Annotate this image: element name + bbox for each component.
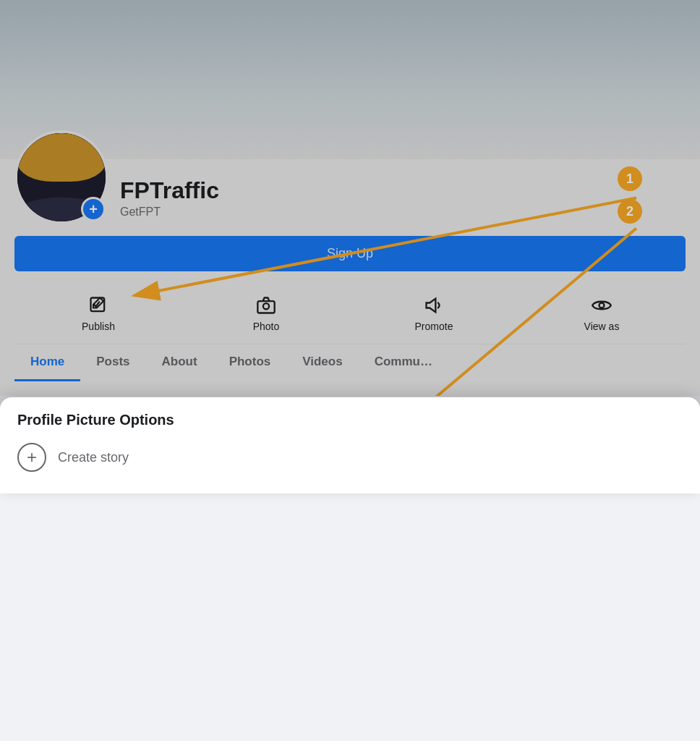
plus-circle-icon: + xyxy=(27,449,37,466)
create-story-label: Create story xyxy=(58,450,129,465)
bottom-sheet: Profile Picture Options + Create story xyxy=(0,397,700,494)
bottom-sheet-title: Profile Picture Options xyxy=(17,412,683,428)
create-story-icon: + xyxy=(17,443,46,472)
profile-area-wrapper: + FPTraffic GetFPT 1 2 xyxy=(0,0,700,494)
create-story-row[interactable]: + Create story xyxy=(17,443,683,472)
